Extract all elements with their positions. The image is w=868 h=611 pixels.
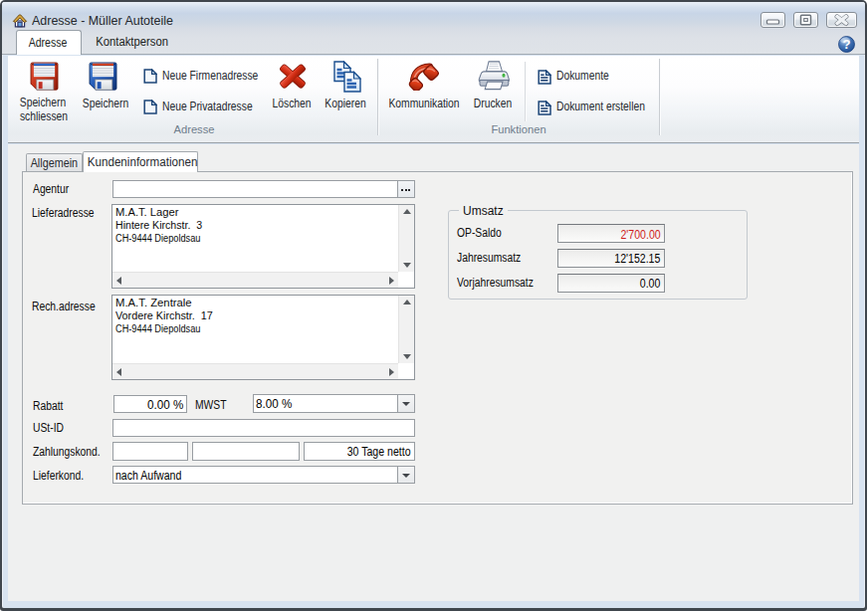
svg-text:?: ? — [843, 37, 851, 52]
